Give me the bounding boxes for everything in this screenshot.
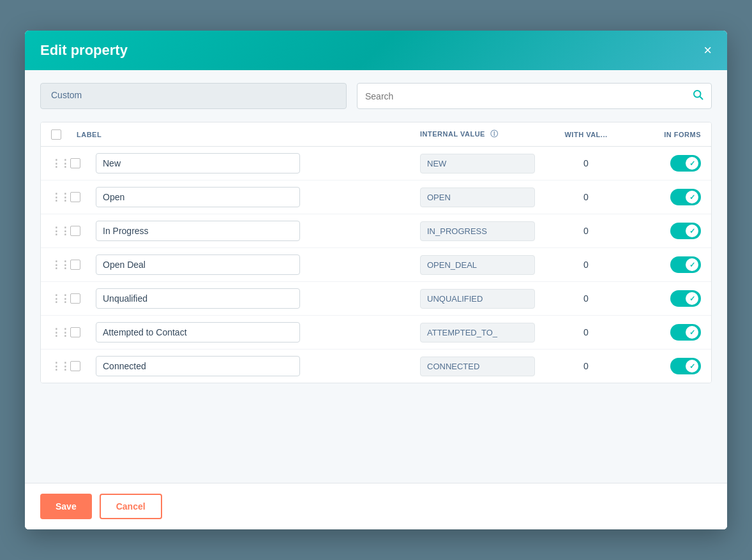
toggle-7[interactable]: ✓ [670,358,701,374]
label-cell-2 [96,187,420,207]
table-row: ⋮⋮ OPEN_DEAL 0 ✓ [41,248,711,282]
row-checkbox-3[interactable] [70,226,80,236]
table-row: ⋮⋮ OPEN 0 ✓ [41,181,711,214]
internal-value-cell-2: OPEN [420,188,548,207]
internal-value-1: NEW [420,154,535,173]
label-input-2[interactable] [96,187,300,207]
toggle-2[interactable]: ✓ [670,189,701,205]
table-row: ⋮⋮ ATTEMPTED_TO_ 0 ✓ [41,316,711,350]
modal-body: Custom LABEL INTERNAL VAL [25,70,727,529]
internal-value-cell-5: UNQUALIFIED [420,289,548,309]
toggle-3[interactable]: ✓ [670,223,701,239]
internal-value-cell-7: CONNECTED [420,357,548,376]
label-cell-3 [96,221,420,241]
toggle-knob-1: ✓ [686,157,698,170]
row-checkbox-5[interactable] [70,293,80,304]
svg-point-0 [694,91,701,98]
label-input-5[interactable] [96,288,300,309]
row-checkbox-1[interactable] [70,158,80,168]
properties-table: LABEL INTERNAL VALUE ⓘ WITH VAL... IN FO… [40,122,712,383]
toggle-check-icon-6: ✓ [689,328,695,337]
select-all-checkbox[interactable] [51,129,61,140]
info-icon: ⓘ [490,129,499,138]
toggle-check-icon-4: ✓ [689,261,695,269]
toggle-cell-5: ✓ [624,290,701,307]
label-input-1[interactable] [96,153,300,173]
with-val-5: 0 [548,293,624,304]
row-1: ⋮⋮ NEW 0 ✓ [41,147,711,180]
top-row: Custom [40,83,712,109]
internal-value-cell-4: OPEN_DEAL [420,255,548,275]
drag-handle-icon[interactable]: ⋮⋮ [51,327,70,339]
label-input-7[interactable] [96,356,300,376]
toggle-check-icon-7: ✓ [689,362,695,371]
internal-value-4: OPEN_DEAL [420,255,535,275]
drag-handle-icon[interactable]: ⋮⋮ [51,293,70,305]
label-input-6[interactable] [96,322,300,343]
internal-value-cell-1: NEW [420,154,548,173]
modal-title: Edit property [40,42,128,59]
label-input-4[interactable] [96,254,300,275]
toggle-cell-7: ✓ [624,358,701,374]
toggle-check-icon-3: ✓ [689,227,695,235]
svg-line-1 [700,97,703,99]
custom-badge: Custom [40,83,347,109]
internal-value-cell-6: ATTEMPTED_TO_ [420,323,548,343]
close-button[interactable]: × [703,43,712,57]
table-header: LABEL INTERNAL VALUE ⓘ WITH VAL... IN FO… [41,122,711,147]
toggle-1[interactable]: ✓ [670,155,701,172]
toggle-knob-5: ✓ [686,292,698,305]
with-val-1: 0 [548,158,624,168]
drag-handle-icon[interactable]: ⋮⋮ [51,225,70,237]
internal-value-6: ATTEMPTED_TO_ [420,323,535,343]
search-input[interactable] [365,91,692,101]
row-7: ⋮⋮ CONNECTED 0 ✓ [41,350,711,383]
table-rows-container: ⋮⋮ NEW 0 ✓ ⋮⋮ [41,147,711,383]
toggle-cell-3: ✓ [624,223,701,239]
toggle-6[interactable]: ✓ [670,324,701,341]
toggle-check-icon-5: ✓ [689,295,695,303]
col-internal-value: INTERNAL VALUE ⓘ [420,129,548,140]
toggle-knob-4: ✓ [686,258,698,271]
edit-property-modal: Edit property × Custom [25,31,727,529]
row-2: ⋮⋮ OPEN 0 ✓ [41,181,711,214]
save-button[interactable]: Save [40,494,92,519]
row-checkbox-4[interactable] [70,260,80,270]
row-checkbox-2[interactable] [70,192,80,202]
toggle-4[interactable]: ✓ [670,256,701,273]
col-with-val: WITH VAL... [548,131,624,138]
label-input-3[interactable] [96,221,300,241]
row-checkbox-6[interactable] [70,327,80,337]
row-3: ⋮⋮ IN_PROGRESS 0 ✓ [41,214,711,247]
toggle-check-icon-1: ✓ [689,159,695,168]
with-val-7: 0 [548,361,624,371]
col-in-forms: IN FORMS [624,131,701,138]
cancel-button[interactable]: Cancel [100,494,162,519]
toggle-knob-6: ✓ [686,326,698,339]
with-val-4: 0 [548,260,624,270]
toggle-cell-2: ✓ [624,189,701,205]
internal-value-7: CONNECTED [420,357,535,376]
row-6: ⋮⋮ ATTEMPTED_TO_ 0 ✓ [41,316,711,349]
drag-handle-icon[interactable]: ⋮⋮ [51,191,70,203]
label-cell-6 [96,322,420,343]
with-val-2: 0 [548,192,624,202]
with-val-3: 0 [548,226,624,236]
table-row: ⋮⋮ UNQUALIFIED 0 ✓ [41,282,711,316]
table-row: ⋮⋮ CONNECTED 0 ✓ [41,350,711,383]
internal-value-3: IN_PROGRESS [420,221,535,241]
label-cell-5 [96,288,420,309]
toggle-cell-6: ✓ [624,324,701,341]
toggle-cell-1: ✓ [624,155,701,172]
table-row: ⋮⋮ NEW 0 ✓ [41,147,711,181]
drag-handle-icon[interactable]: ⋮⋮ [51,158,70,170]
row-4: ⋮⋮ OPEN_DEAL 0 ✓ [41,248,711,281]
footer: Save Cancel [25,483,727,529]
row-checkbox-7[interactable] [70,361,80,371]
label-cell-1 [96,153,420,173]
toggle-knob-7: ✓ [686,360,698,372]
drag-handle-icon[interactable]: ⋮⋮ [51,360,70,372]
toggle-5[interactable]: ✓ [670,290,701,307]
drag-handle-icon[interactable]: ⋮⋮ [51,259,70,271]
internal-value-2: OPEN [420,188,535,207]
